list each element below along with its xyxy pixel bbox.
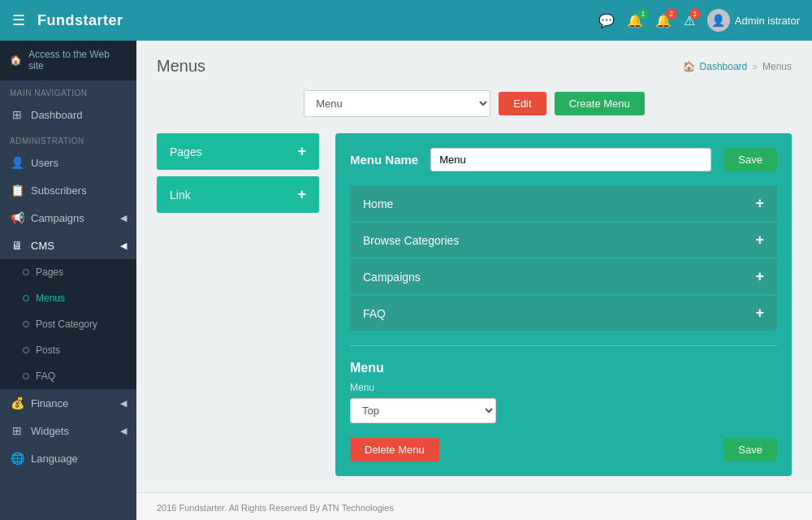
breadcrumb-menus: Menus <box>762 61 792 72</box>
users-label: Users <box>31 157 58 169</box>
main-nav-label: Main Navigation <box>0 80 136 101</box>
menu-name-input[interactable] <box>430 148 711 171</box>
panel-divider <box>350 345 777 346</box>
sidebar: 🏠 Access to the Web site Main Navigation… <box>0 41 136 520</box>
main-content: Menus 🏠 Dashboard » Menus Menu Edit Crea… <box>136 41 812 520</box>
breadcrumb-icon: 🏠 <box>683 61 695 72</box>
menu-editor: Pages + Link + Menu Name Save <box>157 133 792 476</box>
menu-section-title: Menu <box>350 361 777 375</box>
admin-user: 👤 Admin istrator <box>707 9 800 32</box>
menu-item-home[interactable]: Home + <box>350 186 777 221</box>
admin-name: Admin istrator <box>735 15 800 27</box>
bottom-actions: Delete Menu Save <box>350 438 777 462</box>
pages-add-button[interactable]: Pages + <box>157 133 319 170</box>
menu-name-label: Menu Name <box>350 153 418 167</box>
save-bottom-button[interactable]: Save <box>723 438 777 462</box>
pages-btn-label: Pages <box>170 145 202 158</box>
menu-item-browse-label: Browse Categories <box>363 234 459 247</box>
cms-label: CMS <box>31 240 54 252</box>
menu-select[interactable]: Menu <box>304 90 490 117</box>
page-header: Menus 🏠 Dashboard » Menus <box>157 57 792 76</box>
left-panel: Pages + Link + <box>157 133 319 476</box>
menu-item-faq-label: FAQ <box>363 307 386 320</box>
access-label: Access to the Web site <box>28 49 127 72</box>
top-nav-right: 💬 🔔 1 🔔 2 ⚠ 1 👤 Admin istrator <box>598 9 800 32</box>
menu-item-browse-categories[interactable]: Browse Categories + <box>350 223 777 258</box>
link-btn-label: Link <box>170 188 191 202</box>
sidebar-item-cms[interactable]: 🖥 CMS ◀ <box>0 232 136 259</box>
menu-item-campaigns[interactable]: Campaigns + <box>350 259 777 294</box>
notification-badge-1: 1 <box>637 8 649 20</box>
top-navbar: ☰ Fundstarter 💬 🔔 1 🔔 2 ⚠ 1 👤 Admin istr… <box>0 0 812 41</box>
users-icon: 👤 <box>10 156 24 169</box>
delete-menu-button[interactable]: Delete Menu <box>350 438 439 462</box>
menu-item-campaigns-label: Campaigns <box>363 271 421 284</box>
admin-label: Administration <box>0 128 136 149</box>
sidebar-sub-posts[interactable]: Posts <box>0 337 136 363</box>
avatar: 👤 <box>707 9 730 32</box>
notification-icon-2[interactable]: 🔔 2 <box>655 13 672 28</box>
sidebar-item-language[interactable]: 🌐 Language <box>0 444 136 472</box>
subscribers-label: Subscribers <box>31 184 87 197</box>
edit-button[interactable]: Edit <box>499 92 546 115</box>
subscribers-icon: 📋 <box>10 184 24 197</box>
campaigns-icon: 📢 <box>10 211 24 224</box>
breadcrumb: 🏠 Dashboard » Menus <box>683 61 792 72</box>
sidebar-sub-faq[interactable]: FAQ <box>0 363 136 389</box>
top-nav-left: ☰ Fundstarter <box>12 11 123 29</box>
dashboard-label: Dashboard <box>31 109 83 121</box>
link-plus-icon: + <box>297 186 306 203</box>
sidebar-item-users[interactable]: 👤 Users <box>0 149 136 176</box>
menus-label: Menus <box>36 292 65 304</box>
footer: 2016 Fundstarter. All Rights Reserved By… <box>136 492 812 520</box>
faq-label: FAQ <box>36 370 55 382</box>
chat-icon[interactable]: 💬 <box>598 13 615 28</box>
finance-icon: 💰 <box>10 396 24 410</box>
menu-item-browse-plus: + <box>755 232 764 249</box>
posts-label: Posts <box>36 344 60 356</box>
breadcrumb-dashboard[interactable]: Dashboard <box>700 61 748 72</box>
sidebar-item-campaigns[interactable]: 📢 Campaigns ◀ <box>0 204 136 232</box>
layout: 🏠 Access to the Web site Main Navigation… <box>0 41 812 520</box>
notification-icon-1[interactable]: 🔔 1 <box>627 13 643 28</box>
sidebar-sub-pages[interactable]: Pages <box>0 259 136 285</box>
language-label: Language <box>31 453 78 465</box>
cms-arrow: ◀ <box>120 240 127 251</box>
sidebar-item-dashboard[interactable]: ⊞ Dashboard <box>0 101 136 128</box>
sidebar-item-widgets[interactable]: ⊞ Widgets ◀ <box>0 417 136 444</box>
dashboard-icon: ⊞ <box>10 108 24 121</box>
toolbar: Menu Edit Create Menu <box>157 90 792 117</box>
home-icon: 🏠 <box>10 54 22 66</box>
link-add-button[interactable]: Link + <box>157 176 319 213</box>
warning-badge: 1 <box>689 8 701 20</box>
menu-item-home-label: Home <box>363 197 393 210</box>
pages-dot <box>23 269 29 275</box>
save-top-button[interactable]: Save <box>723 148 777 171</box>
menu-location-label: Menu <box>350 382 777 393</box>
sidebar-item-finance[interactable]: 💰 Finance ◀ <box>0 389 136 417</box>
menu-name-row: Menu Name Save <box>350 148 777 171</box>
sidebar-access-link[interactable]: 🏠 Access to the Web site <box>0 41 136 80</box>
brand-title: Fundstarter <box>37 12 123 29</box>
widgets-icon: ⊞ <box>10 424 24 437</box>
post-category-label: Post Category <box>36 318 97 330</box>
notification-badge-2: 2 <box>666 8 677 20</box>
menu-item-faq[interactable]: FAQ + <box>350 296 777 331</box>
warning-icon[interactable]: ⚠ 1 <box>684 13 695 28</box>
breadcrumb-sep: » <box>752 61 758 72</box>
sidebar-sub-post-category[interactable]: Post Category <box>0 311 136 337</box>
menu-location-select[interactable]: Top <box>350 398 496 423</box>
faq-dot <box>23 373 29 379</box>
pages-label: Pages <box>36 266 63 278</box>
sidebar-item-subscribers[interactable]: 📋 Subscribers <box>0 176 136 204</box>
menu-items-list: Home + Browse Categories + Campaigns + <box>350 186 777 331</box>
menu-item-home-plus: + <box>755 195 764 212</box>
post-category-dot <box>23 321 29 327</box>
right-panel: Menu Name Save Home + Browse Categories … <box>335 133 792 476</box>
create-menu-button[interactable]: Create Menu <box>555 92 645 115</box>
language-icon: 🌐 <box>10 452 24 465</box>
menu-location-section: Menu Menu Top <box>350 361 777 423</box>
sidebar-sub-menus[interactable]: Menus <box>0 285 136 311</box>
hamburger-icon[interactable]: ☰ <box>12 11 25 29</box>
campaigns-label: Campaigns <box>31 212 84 224</box>
